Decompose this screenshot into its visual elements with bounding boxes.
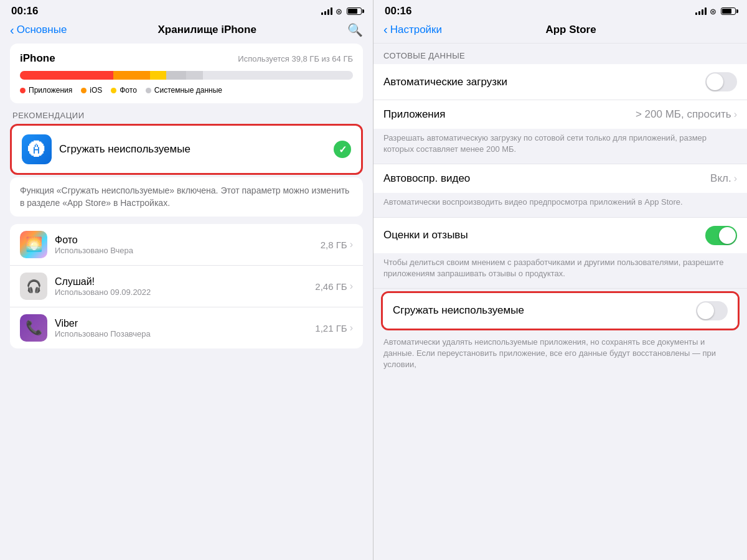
chevron-viber: › [350,322,353,334]
storage-legend: Приложения iOS Фото Системные данные [20,86,353,95]
green-check-icon: ✓ [334,141,351,158]
video-autoplay-value: Вкл. [710,172,731,185]
storage-card: iPhone Используется 39,8 ГБ из 64 ГБ При… [10,44,363,103]
signal-bars [321,7,332,15]
bar-ios [113,71,150,80]
left-back-button[interactable]: ‹ Основные [10,23,67,37]
storage-header: iPhone Используется 39,8 ГБ из 64 ГБ [20,52,353,65]
recommendation-desc: Функция «Сгружать неиспользуемые» включе… [20,185,349,208]
chevron-music: › [350,281,353,292]
app-store-icon: 🅐 [28,139,45,160]
apps-size-chevron: › [734,109,737,120]
left-back-label: Основные [17,24,67,36]
toggle-knob-offload [697,302,714,319]
left-status-icons: ⊛ [321,7,362,16]
legend-label-system: Системные данные [154,86,222,95]
left-status-bar: 00:16 ⊛ [0,0,373,20]
cellular-section-label: СОТОВЫЕ ДАННЫЕ [374,44,747,64]
legend-label-ios: iOS [90,86,102,95]
offload-row[interactable]: Сгружать неиспользуемые [383,293,738,329]
legend-dot-system [146,88,151,93]
app-info-photos: Фото Использовано Вчера [55,235,313,255]
right-panel: 00:16 ⊛ ‹ Настройки App Store СОТОВЫЕ ДА… [374,0,747,560]
rec-label: Сгружать неиспользуемые [59,143,326,156]
offload-label: Сгружать неиспользуемые [393,304,696,317]
signal-bar-1 [695,12,697,15]
headphone-symbol: 🎧 [26,279,42,294]
rec-row: 🅐 Сгружать неиспользуемые ✓ [22,134,351,164]
apps-size-row[interactable]: Приложения > 200 МБ, спросить › [374,100,747,129]
signal-bar-2 [324,11,326,15]
right-back-arrow: ‹ [383,22,388,37]
video-autoplay-chevron: › [734,173,737,184]
signal-bar-4 [705,7,707,15]
list-item[interactable]: 🎧 Слушай! Использовано 09.09.2022 2,46 Г… [10,266,363,307]
list-item[interactable]: 📞 Viber Использовано Позавчера 1,21 ГБ › [10,307,363,348]
right-status-icons: ⊛ [695,7,736,16]
legend-apps: Приложения [20,86,72,95]
right-content: СОТОВЫЕ ДАННЫЕ Автоматические загрузки П… [374,44,747,560]
app-info-music: Слушай! Использовано 09.09.2022 [55,276,308,297]
left-time: 00:16 [11,5,38,17]
battery-fill [348,9,357,14]
auto-downloads-row[interactable]: Автоматические загрузки [374,64,747,100]
ratings-settings-group: Оценки и отзывы [374,218,747,253]
app-size-music: 2,46 ГБ › [315,281,353,292]
device-name: iPhone [20,52,55,65]
right-wifi-icon: ⊛ [710,7,716,16]
apps-size-label: Приложения [383,108,636,121]
bar-photos [150,71,167,80]
app-name-photos: Фото [55,235,313,246]
list-item[interactable]: 🌅 Фото Использовано Вчера 2,8 ГБ › [10,224,363,266]
left-page-title: Хранилище iPhone [158,24,256,36]
signal-bar-3 [327,9,329,15]
check-mark: ✓ [339,144,347,156]
auto-downloads-label: Автоматические загрузки [383,76,705,88]
apps-size-value: > 200 МБ, спросить [636,108,731,121]
offload-highlighted: Сгружать неиспользуемые [381,291,740,330]
left-search-icon[interactable]: 🔍 [347,22,363,37]
legend-label-apps: Приложения [29,86,72,95]
bar-apps [20,71,113,80]
left-content: iPhone Используется 39,8 ГБ из 64 ГБ При… [0,44,373,560]
right-time: 00:16 [385,5,411,17]
recommendations-label: РЕКОМЕНДАЦИИ [12,111,360,120]
right-status-bar: 00:16 ⊛ [374,0,747,20]
legend-dot-photos [111,88,116,93]
ratings-label: Оценки и отзывы [383,229,705,241]
signal-bar-4 [331,7,332,15]
auto-downloads-toggle[interactable] [705,72,737,91]
app-size-viber: 1,21 ГБ › [315,322,353,334]
ratings-row[interactable]: Оценки и отзывы [374,218,747,253]
divider-3 [374,288,747,289]
offload-toggle[interactable] [696,301,728,320]
toggle-knob-ratings [719,227,736,244]
offload-desc: Автоматически удалять неиспользуемые при… [374,333,747,380]
left-back-arrow: ‹ [10,23,14,37]
chevron-photos: › [350,239,353,250]
viber-icon: 📞 [20,314,47,342]
video-autoplay-row[interactable]: Автовоспр. видео Вкл. › [374,164,747,193]
signal-bar-1 [321,12,323,15]
legend-dot-ios [81,88,87,93]
legend-photos: Фото [111,86,137,95]
wifi-icon: ⊛ [336,7,342,16]
video-autoplay-label: Автовоспр. видео [383,172,710,185]
app-name-music: Слушай! [55,276,308,287]
right-battery-icon [721,7,736,15]
photos-icon: 🌅 [20,231,47,258]
ratings-toggle[interactable] [705,226,737,245]
legend-ios: iOS [81,86,102,95]
video-autoplay-desc: Автоматически воспроизводить видео предп… [374,193,747,217]
signal-bar-2 [698,11,700,15]
right-back-label: Настройки [390,24,442,36]
right-back-button[interactable]: ‹ Настройки [383,22,442,37]
right-page-title: App Store [545,24,596,36]
right-battery-fill [722,9,731,14]
app-size-photos: 2,8 ГБ › [321,239,353,250]
signal-bar-3 [702,9,703,15]
recommendation-card[interactable]: 🅐 Сгружать неиспользуемые ✓ [10,124,363,175]
legend-label-photos: Фото [120,86,137,95]
left-panel: 00:16 ⊛ ‹ Основные Хранилище iPhone 🔍 [0,0,374,560]
app-info-viber: Viber Использовано Позавчера [55,318,308,338]
